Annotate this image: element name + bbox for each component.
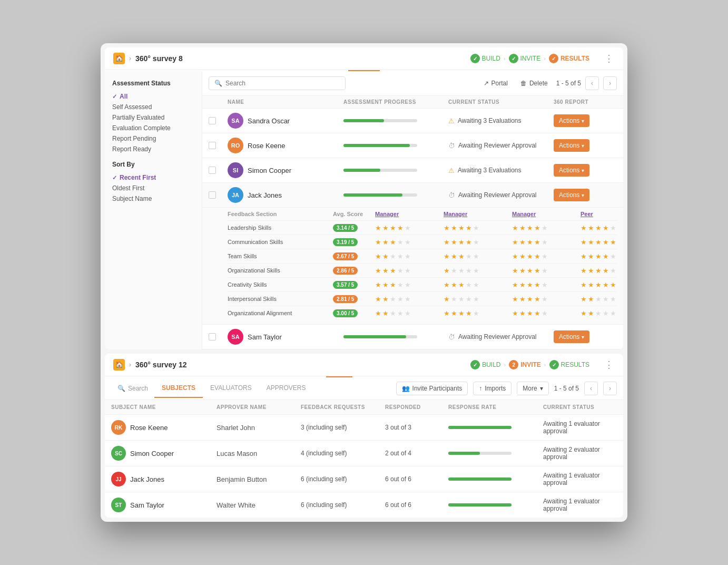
- nav-step-build[interactable]: ✓ BUILD: [470, 54, 500, 63]
- chevron-down-icon: ▾: [540, 385, 543, 392]
- main-layout: Assessment Status ✓ All Self Assessed Pa…: [105, 71, 623, 349]
- actions-button[interactable]: Actions ▾: [554, 139, 589, 152]
- tab-search[interactable]: 🔍 Search: [111, 379, 154, 397]
- row-checkbox[interactable]: [209, 333, 216, 340]
- table-row-expanded: JA Jack Jones ⏱ Awaiting Reviewer Approv…: [202, 183, 623, 208]
- invite-icon: 👥: [402, 385, 410, 392]
- exp-row: Team Skills 2.67 / 5 ★★★★★ ★★★★★ ★★★★★ ★…: [228, 249, 617, 264]
- manager-col-1[interactable]: Manager: [375, 211, 444, 217]
- search-box[interactable]: 🔍: [209, 76, 346, 90]
- actions-button[interactable]: Actions ▾: [554, 114, 589, 127]
- subject-row: SC Simon Cooper Lucas Mason 4 (including…: [105, 441, 623, 466]
- search-input[interactable]: [225, 80, 340, 87]
- bottom-nav-steps: ✓ BUILD › 2 INVITE › ✓ RESULTS: [470, 360, 589, 369]
- row-checkbox[interactable]: [209, 142, 216, 149]
- sidebar-filter-report-ready[interactable]: Report Ready: [112, 144, 194, 154]
- home-icon[interactable]: 🏠: [113, 53, 125, 64]
- manager-col-2[interactable]: Manager: [444, 211, 512, 217]
- progress-bar: [343, 335, 417, 338]
- bottom-step-build[interactable]: ✓ BUILD: [470, 360, 500, 369]
- avatar: ST: [111, 498, 126, 512]
- prev-page-button[interactable]: ‹: [585, 76, 599, 90]
- tab-approvers[interactable]: APPROVERS: [259, 379, 313, 398]
- name-cell: JA Jack Jones: [228, 187, 343, 203]
- breadcrumb-separator: ›: [129, 55, 131, 62]
- sidebar-filter-report-pending[interactable]: Report Pending: [112, 133, 194, 144]
- next-page-button[interactable]: ›: [603, 76, 617, 90]
- subject-name: Jack Jones: [248, 191, 282, 199]
- tab-subjects[interactable]: SUBJECTS: [154, 379, 203, 398]
- sidebar-filter-all[interactable]: ✓ All: [112, 91, 194, 102]
- progress-bar: [343, 119, 417, 122]
- exp-row: Leadership Skills 3.14 / 5 ★★★★★ ★★★★★ ★…: [228, 221, 617, 235]
- nav-step-results[interactable]: ✓ RESULTS: [549, 54, 589, 63]
- breadcrumb-separator-2: ›: [129, 361, 131, 368]
- avatar: RK: [111, 420, 126, 435]
- clock-icon: ⏱: [448, 142, 455, 150]
- actions-button[interactable]: Actions ▾: [554, 189, 589, 201]
- tab-evaluators[interactable]: EVALUATORS: [203, 379, 259, 398]
- table-header: NAME ASSESSMENT PROGRESS CURRENT STATUS …: [202, 96, 623, 109]
- clock-icon: ⏱: [448, 191, 455, 199]
- status-cell: ⚠ Awaiting 3 Evaluations: [448, 117, 554, 125]
- name-cell: SA Sam Taylor: [228, 329, 343, 345]
- status-cell: ⏱ Awaiting Reviewer Approval: [448, 191, 554, 199]
- status-cell: ⏱ Awaiting Reviewer Approval: [448, 142, 554, 150]
- sidebar-filter-evaluation-complete[interactable]: Evaluation Complete: [112, 123, 194, 133]
- actions-button[interactable]: Actions ▾: [554, 164, 589, 177]
- bottom-panel: 🏠 › 360° survey 12 ✓ BUILD › 2 INVITE › …: [105, 354, 623, 518]
- exp-row: Communication Skills 3.19 / 5 ★★★★★ ★★★★…: [228, 235, 617, 249]
- manager-col-3[interactable]: Manager: [512, 211, 581, 217]
- bottom-next-page-button[interactable]: ›: [603, 382, 617, 395]
- warn-icon: ⚠: [448, 167, 455, 174]
- sort-by-title: Sort By: [112, 161, 194, 168]
- invite-participants-button[interactable]: 👥 Invite Participants: [396, 382, 468, 395]
- avatar: SC: [111, 446, 126, 461]
- sidebar-filter-self-assessed[interactable]: Self Assessed: [112, 102, 194, 112]
- progress-bar: [343, 193, 417, 197]
- peer-col-1[interactable]: Peer: [581, 211, 623, 217]
- pagination-info: 1 - 5 of 5: [556, 80, 581, 87]
- row-checkbox[interactable]: [209, 117, 216, 124]
- expanded-detail: Feedback Section Avg. Score Manager Mana…: [202, 208, 623, 325]
- avatar: RO: [228, 138, 243, 153]
- imports-button[interactable]: ↑ Imports: [473, 382, 511, 395]
- sidebar-sort-recent[interactable]: ✓ Recent First: [112, 172, 194, 183]
- portal-button[interactable]: ↗ Portal: [479, 77, 512, 89]
- avatar: SI: [228, 162, 243, 178]
- clock-icon: ⏱: [448, 333, 455, 341]
- subject-name: Rose Keene: [248, 142, 286, 150]
- warn-icon: ⚠: [448, 117, 455, 125]
- nav-steps: ✓ BUILD › ✓ INVITE › ✓ RESULTS: [470, 54, 589, 63]
- survey-title-2: 360° survey 12: [135, 361, 466, 369]
- table-row: RO Rose Keene ⏱ Awaiting Reviewer Approv…: [202, 133, 623, 158]
- nav-step-invite[interactable]: ✓ INVITE: [509, 54, 541, 63]
- subject-name: Sam Taylor: [248, 333, 282, 341]
- home-icon-2[interactable]: 🏠: [113, 359, 125, 371]
- col-name: NAME: [228, 99, 343, 105]
- bottom-nav-bar: 🏠 › 360° survey 12 ✓ BUILD › 2 INVITE › …: [105, 354, 623, 376]
- actions-button[interactable]: Actions ▾: [554, 330, 589, 343]
- sidebar: Assessment Status ✓ All Self Assessed Pa…: [105, 71, 202, 349]
- sidebar-sort-name[interactable]: Subject Name: [112, 193, 194, 204]
- subject-name: Sandra Oscar: [248, 117, 290, 125]
- more-options-icon[interactable]: ⋮: [604, 53, 615, 64]
- bottom-step-results[interactable]: ✓ RESULTS: [549, 360, 589, 369]
- subject-row: ST Sam Taylor Walter White 6 (including …: [105, 492, 623, 518]
- search-icon-tab: 🔍: [117, 385, 125, 392]
- sidebar-filter-partially-evaluated[interactable]: Partially Evaluated: [112, 112, 194, 123]
- row-checkbox[interactable]: [209, 191, 216, 199]
- row-checkbox[interactable]: [209, 167, 216, 174]
- progress-bar: [343, 144, 417, 147]
- bottom-step-invite[interactable]: 2 INVITE: [509, 360, 541, 369]
- table-row: SI Simon Cooper ⚠ Awaiting 3 Evaluations: [202, 158, 623, 183]
- subject-row: RK Rose Keene Sharlet John 3 (including …: [105, 415, 623, 441]
- sidebar-sort-oldest[interactable]: Oldest First: [112, 183, 194, 193]
- more-button[interactable]: More ▾: [517, 382, 548, 395]
- status-cell: ⏱ Awaiting Reviewer Approval: [448, 333, 554, 341]
- bottom-prev-page-button[interactable]: ‹: [584, 382, 598, 395]
- exp-row: Interpersonal Skills 2.81 / 5 ★★★★★ ★★★★…: [228, 292, 617, 306]
- avatar: JA: [228, 187, 243, 203]
- more-options-icon-2[interactable]: ⋮: [604, 359, 615, 370]
- delete-button[interactable]: 🗑 Delete: [516, 77, 552, 89]
